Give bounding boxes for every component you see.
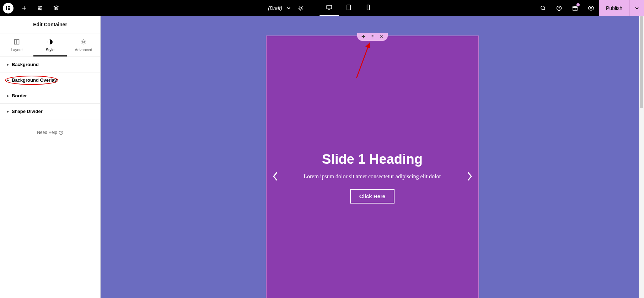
- need-help-link[interactable]: Need Help: [0, 119, 100, 146]
- slide-heading: Slide 1 Heading: [291, 152, 454, 167]
- main-area: Edit Container Layout Style Advanced: [0, 16, 644, 298]
- canvas-area: ✚ ⁝⁝⁝ ✕ Slide 1 Heading Lorem ipsum dolo: [101, 16, 644, 298]
- slide-button[interactable]: Click Here: [350, 189, 395, 204]
- topbar-left: [0, 0, 64, 16]
- tab-label: Advanced: [75, 48, 92, 52]
- widget-add-button[interactable]: ✚: [361, 34, 365, 39]
- whats-new-icon[interactable]: [567, 0, 583, 16]
- tab-style[interactable]: Style: [33, 33, 67, 56]
- caret-right-icon: ▸: [7, 109, 9, 113]
- caret-right-icon: ▸: [7, 63, 9, 66]
- topbar-right: Publish: [535, 0, 644, 16]
- scrollbar-thumb[interactable]: [640, 16, 643, 108]
- slide-content: Slide 1 Heading Lorem ipsum dolor sit am…: [291, 152, 454, 204]
- settings-icon[interactable]: [32, 0, 48, 16]
- advanced-tab-icon: [81, 38, 86, 45]
- svg-point-12: [300, 7, 302, 9]
- mobile-device-icon[interactable]: [359, 0, 378, 16]
- section-label: Background: [12, 62, 39, 67]
- tab-label: Style: [46, 48, 54, 52]
- tablet-device-icon[interactable]: [339, 0, 359, 16]
- draft-label: (Draft): [266, 5, 284, 11]
- desktop-device-icon[interactable]: [320, 0, 339, 16]
- structure-icon[interactable]: [48, 0, 64, 16]
- canvas-scrollbar[interactable]: ▴: [639, 16, 644, 298]
- container-widget[interactable]: ✚ ⁝⁝⁝ ✕ Slide 1 Heading Lorem ipsum dolo: [266, 36, 479, 298]
- style-sections: ▸ Background ▸ Background Overlay ▸ Bord…: [0, 57, 100, 119]
- device-switcher: [320, 0, 378, 16]
- svg-point-9: [38, 7, 39, 9]
- top-bar: (Draft): [0, 0, 644, 16]
- sidebar-tabs: Layout Style Advanced: [0, 33, 100, 57]
- help-circle-icon: [59, 130, 63, 135]
- tab-advanced[interactable]: Advanced: [67, 33, 100, 56]
- topbar-center: (Draft): [266, 0, 378, 16]
- need-help-label: Need Help: [37, 130, 57, 135]
- section-shape-divider[interactable]: ▸ Shape Divider: [0, 104, 100, 119]
- svg-rect-0: [6, 6, 7, 10]
- sidebar-title: Edit Container: [0, 16, 100, 33]
- caret-right-icon: ▸: [7, 94, 9, 98]
- section-label: Border: [12, 93, 27, 98]
- caret-right-icon: ▸: [7, 78, 9, 82]
- editor-sidebar: Edit Container Layout Style Advanced: [0, 16, 101, 298]
- svg-point-7: [40, 6, 41, 7]
- chevron-down-icon[interactable]: [284, 0, 293, 16]
- publish-label: Publish: [606, 5, 622, 11]
- preview-icon[interactable]: [583, 0, 599, 16]
- svg-point-28: [83, 41, 85, 43]
- svg-point-17: [541, 6, 544, 10]
- page-settings-icon[interactable]: [293, 0, 309, 16]
- slide-text: Lorem ipsum dolor sit amet consectetur a…: [291, 173, 454, 180]
- svg-rect-3: [8, 9, 10, 10]
- publish-button[interactable]: Publish: [599, 0, 629, 16]
- svg-rect-15: [347, 5, 350, 10]
- widget-delete-button[interactable]: ✕: [380, 34, 383, 39]
- slide-next-button[interactable]: [466, 172, 473, 184]
- style-tab-icon: [47, 38, 53, 45]
- section-label: Background Overlay: [12, 77, 57, 83]
- elementor-logo[interactable]: [0, 0, 16, 16]
- svg-line-18: [544, 9, 545, 10]
- svg-point-30: [61, 134, 61, 134]
- svg-rect-2: [8, 7, 10, 9]
- publish-dropdown-icon[interactable]: [629, 0, 644, 16]
- svg-rect-1: [8, 6, 10, 7]
- help-icon[interactable]: [551, 0, 567, 16]
- section-border[interactable]: ▸ Border: [0, 88, 100, 104]
- slide-prev-button[interactable]: [272, 172, 279, 184]
- svg-rect-16: [367, 5, 370, 10]
- tab-label: Layout: [11, 48, 22, 52]
- svg-line-31: [356, 43, 370, 78]
- add-widget-icon[interactable]: [16, 0, 32, 16]
- svg-rect-13: [327, 5, 332, 9]
- svg-point-11: [41, 9, 42, 10]
- section-background[interactable]: ▸ Background: [0, 57, 100, 72]
- tab-layout[interactable]: Layout: [0, 33, 33, 56]
- svg-point-24: [590, 7, 592, 9]
- layout-tab-icon: [14, 38, 20, 45]
- section-label: Shape Divider: [12, 109, 43, 114]
- svg-point-20: [559, 9, 559, 10]
- widget-drag-handle[interactable]: ⁝⁝⁝: [370, 34, 375, 39]
- slide-button-label: Click Here: [359, 193, 385, 199]
- search-icon[interactable]: [535, 0, 551, 16]
- section-background-overlay[interactable]: ▸ Background Overlay: [0, 72, 100, 88]
